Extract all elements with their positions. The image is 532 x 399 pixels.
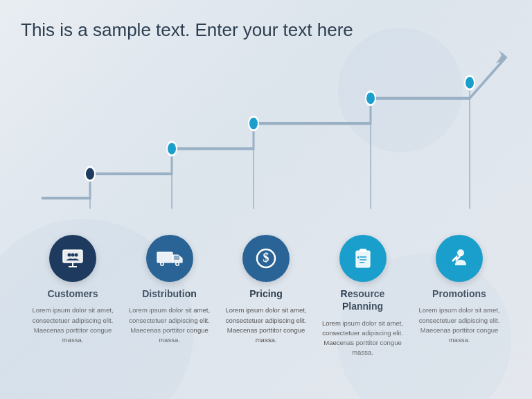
dot-promotions bbox=[465, 76, 475, 90]
customers-svg-icon bbox=[60, 246, 85, 271]
slide-container: This is a sample text. Enter your text h… bbox=[0, 0, 532, 399]
promotions-svg-icon bbox=[447, 246, 472, 271]
label-pricing: Pricing bbox=[249, 287, 282, 300]
icon-pricing: $ bbox=[242, 235, 290, 282]
svg-point-4 bbox=[68, 254, 71, 257]
svg-point-10 bbox=[161, 263, 163, 265]
staircase-line bbox=[42, 57, 506, 198]
step-pricing: $ Pricing Lorem ipsum dolor sit amet, co… bbox=[221, 235, 311, 357]
dot-distribution bbox=[167, 142, 177, 156]
svg-text:$: $ bbox=[263, 251, 269, 265]
svg-rect-13 bbox=[174, 256, 179, 260]
chart-area bbox=[21, 48, 511, 242]
dot-pricing bbox=[249, 117, 258, 131]
icon-distribution bbox=[146, 235, 193, 282]
dot-customers bbox=[85, 167, 95, 181]
desc-pricing: Lorem ipsum dolor sit amet, consectetuer… bbox=[221, 305, 311, 345]
svg-point-6 bbox=[71, 254, 75, 257]
slide-title: This is a sample text. Enter your text h… bbox=[21, 19, 511, 41]
resource-planning-svg-icon bbox=[351, 246, 375, 271]
dot-resource bbox=[366, 91, 375, 105]
svg-rect-18 bbox=[360, 249, 366, 252]
svg-rect-16 bbox=[356, 251, 370, 267]
distribution-svg-icon bbox=[157, 249, 183, 268]
icon-promotions bbox=[436, 235, 483, 282]
pricing-svg-icon: $ bbox=[254, 246, 278, 271]
icon-resource-planning bbox=[339, 235, 387, 282]
svg-point-12 bbox=[176, 263, 178, 265]
svg-rect-7 bbox=[157, 252, 172, 263]
staircase-svg bbox=[21, 48, 511, 242]
svg-point-5 bbox=[75, 254, 78, 257]
icon-customers bbox=[49, 235, 96, 282]
